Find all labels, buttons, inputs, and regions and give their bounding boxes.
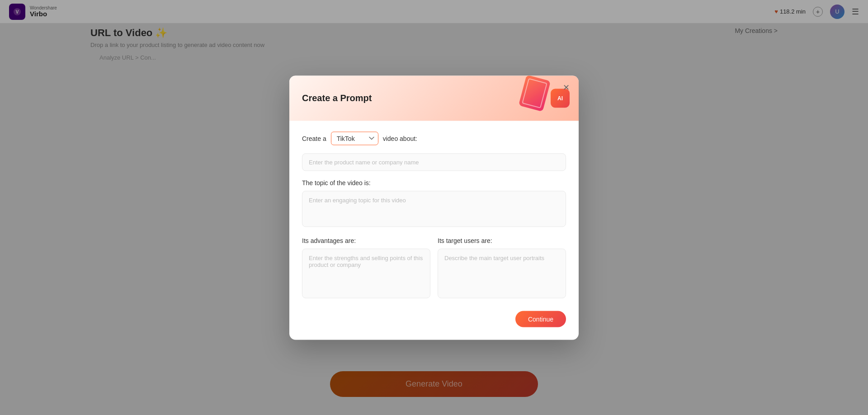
advantages-section: Its advantages are: bbox=[302, 237, 430, 300]
modal-title: Create a Prompt bbox=[302, 93, 372, 103]
create-suffix: video about: bbox=[383, 135, 417, 142]
topic-textarea[interactable] bbox=[302, 191, 566, 227]
create-prompt-modal: Create a Prompt AI ✕ Create a TikTok Ins… bbox=[289, 75, 579, 340]
platform-select[interactable]: TikTok Instagram YouTube Facebook bbox=[331, 131, 378, 145]
topic-label: The topic of the video is: bbox=[302, 179, 566, 186]
continue-button[interactable]: Continue bbox=[515, 311, 566, 327]
modal-footer: Continue bbox=[302, 311, 566, 327]
modal-body: Create a TikTok Instagram YouTube Facebo… bbox=[289, 121, 579, 340]
close-button[interactable]: ✕ bbox=[561, 82, 571, 93]
target-users-section: Its target users are: bbox=[438, 237, 566, 300]
platform-row: Create a TikTok Instagram YouTube Facebo… bbox=[302, 131, 566, 145]
modal-header: Create a Prompt AI ✕ bbox=[289, 75, 579, 121]
create-prefix: Create a bbox=[302, 135, 326, 142]
product-name-input[interactable] bbox=[302, 153, 566, 171]
target-users-textarea[interactable] bbox=[438, 248, 566, 298]
advantages-textarea[interactable] bbox=[302, 248, 430, 298]
phone-decoration bbox=[519, 75, 551, 112]
target-users-label: Its target users are: bbox=[438, 237, 566, 244]
advantages-label: Its advantages are: bbox=[302, 237, 430, 244]
two-column-section: Its advantages are: Its target users are… bbox=[302, 237, 566, 300]
